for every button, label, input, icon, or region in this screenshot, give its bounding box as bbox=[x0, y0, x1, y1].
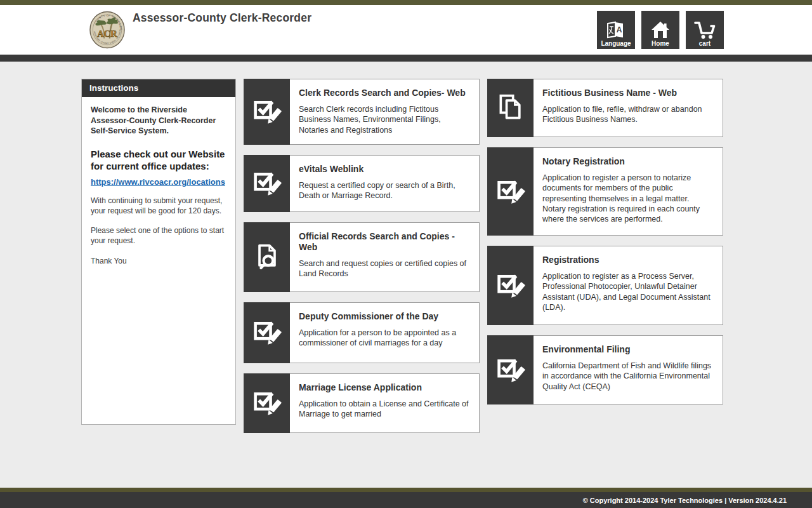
footer: © Copyright 2014-2024 Tyler Technologies… bbox=[0, 492, 812, 508]
copy-pages-icon bbox=[487, 79, 534, 137]
service-card-title: Notary Registration bbox=[542, 156, 714, 167]
cart-icon bbox=[693, 20, 716, 39]
service-card-title: Deputy Commissioner of the Day bbox=[299, 311, 470, 322]
checkbox-pencil-icon bbox=[487, 246, 534, 325]
instructions-welcome-text: Welcome to the Riverside Assessor-County… bbox=[91, 105, 226, 137]
service-card-title: Clerk Records Search and Copies- Web bbox=[299, 88, 470, 98]
service-card-description: California Department of Fish and Wildli… bbox=[542, 361, 714, 392]
checkbox-pencil-icon bbox=[496, 177, 525, 206]
service-card[interactable]: Notary Registration Application to regis… bbox=[487, 147, 723, 236]
language-icon: A bbox=[606, 20, 626, 39]
checkbox-pencil-icon bbox=[496, 271, 525, 300]
service-card[interactable]: eVitals Weblink Request a certified copy… bbox=[244, 155, 480, 212]
instructions-website-notice: Please check out our Website for current… bbox=[91, 148, 226, 172]
service-card-title: Environmental Filing bbox=[542, 344, 714, 355]
logo-acr-text: ACR bbox=[97, 29, 117, 39]
instructions-panel-title: Instructions bbox=[82, 79, 235, 97]
instructions-thank-you-text: Thank You bbox=[91, 257, 226, 267]
copy-pages-icon bbox=[496, 93, 525, 123]
language-button[interactable]: A Language bbox=[597, 11, 635, 49]
instructions-panel-body: Welcome to the Riverside Assessor-County… bbox=[82, 97, 235, 266]
instructions-validity-text: With continuing to submit your request, … bbox=[91, 196, 226, 216]
header: COUNTY OF RIVERSIDE ASSESSOR · COUNTY CL… bbox=[0, 5, 812, 55]
checkbox-pencil-icon bbox=[252, 389, 282, 418]
checkbox-pencil-icon bbox=[252, 169, 282, 198]
top-accent-bar bbox=[0, 0, 812, 5]
service-card-description: Application to register a person to nota… bbox=[542, 173, 714, 224]
county-seal-logo: COUNTY OF RIVERSIDE ASSESSOR · COUNTY CL… bbox=[89, 11, 126, 49]
document-search-icon bbox=[244, 222, 290, 292]
copyright-text: © Copyright 2014-2024 Tyler Technologies… bbox=[583, 497, 787, 504]
header-buttons: A Language Home cart bbox=[597, 11, 724, 49]
page-title: Assessor-County Clerk-Recorder bbox=[133, 11, 311, 25]
checkbox-pencil-icon bbox=[244, 155, 290, 212]
service-card-description: Search and request copies or certified c… bbox=[299, 258, 470, 279]
header-divider-bar bbox=[0, 55, 812, 62]
service-card[interactable]: Environmental Filing California Departme… bbox=[487, 335, 723, 404]
service-card[interactable]: Registrations Application to register as… bbox=[487, 246, 723, 325]
cart-button-label: cart bbox=[699, 40, 710, 47]
service-card-title: Marriage License Application bbox=[299, 382, 470, 393]
svg-text:A: A bbox=[617, 25, 622, 34]
service-card-title: Registrations bbox=[542, 255, 714, 265]
service-card-description: Application to register as a Process Ser… bbox=[542, 271, 714, 312]
document-search-icon bbox=[252, 243, 282, 272]
service-card-description: Request a certified copy or search of a … bbox=[299, 180, 470, 201]
home-button[interactable]: Home bbox=[641, 11, 679, 49]
service-card[interactable]: Fictitious Business Name - Web Applicati… bbox=[487, 79, 723, 137]
service-card-title: Official Records Search and Copies - Web bbox=[299, 231, 470, 253]
instructions-select-text: Please select one of the options to star… bbox=[91, 226, 226, 246]
language-button-label: Language bbox=[601, 40, 631, 47]
service-card-title: eVitals Weblink bbox=[299, 164, 470, 175]
services-column-2: Fictitious Business Name - Web Applicati… bbox=[487, 79, 723, 404]
service-card-description: Application for a person to be appointed… bbox=[299, 328, 470, 349]
checkbox-pencil-icon bbox=[244, 302, 290, 363]
home-icon bbox=[650, 20, 671, 39]
service-card[interactable]: Marriage License Application Application… bbox=[244, 373, 480, 433]
checkbox-pencil-icon bbox=[487, 147, 534, 236]
checkbox-pencil-icon bbox=[244, 79, 290, 145]
checkbox-pencil-icon bbox=[496, 356, 525, 385]
locations-link[interactable]: https://www.rivcoacr.org/locations bbox=[91, 177, 225, 187]
main-content: Instructions Welcome to the Riverside As… bbox=[0, 62, 812, 488]
checkbox-pencil-icon bbox=[487, 335, 534, 404]
service-card-description: Application to obtain a License and Cert… bbox=[299, 399, 470, 420]
service-card-description: Search Clerk records including Fictitous… bbox=[299, 104, 470, 135]
service-card[interactable]: Official Records Search and Copies - Web… bbox=[244, 222, 480, 292]
cart-button[interactable]: cart bbox=[686, 11, 724, 49]
home-button-label: Home bbox=[652, 40, 669, 47]
service-card[interactable]: Deputy Commissioner of the Day Applicati… bbox=[244, 302, 480, 363]
service-card[interactable]: Clerk Records Search and Copies- Web Sea… bbox=[244, 79, 480, 145]
service-card-description: Application to file, refile, withdraw or… bbox=[542, 104, 714, 125]
instructions-panel: Instructions Welcome to the Riverside As… bbox=[81, 79, 236, 425]
checkbox-pencil-icon bbox=[244, 373, 290, 433]
footer-accent-bar bbox=[0, 488, 812, 492]
checkbox-pencil-icon bbox=[252, 97, 282, 126]
service-card-title: Fictitious Business Name - Web bbox=[542, 88, 714, 98]
services-column-1: Clerk Records Search and Copies- Web Sea… bbox=[244, 79, 480, 433]
checkbox-pencil-icon bbox=[252, 318, 282, 347]
